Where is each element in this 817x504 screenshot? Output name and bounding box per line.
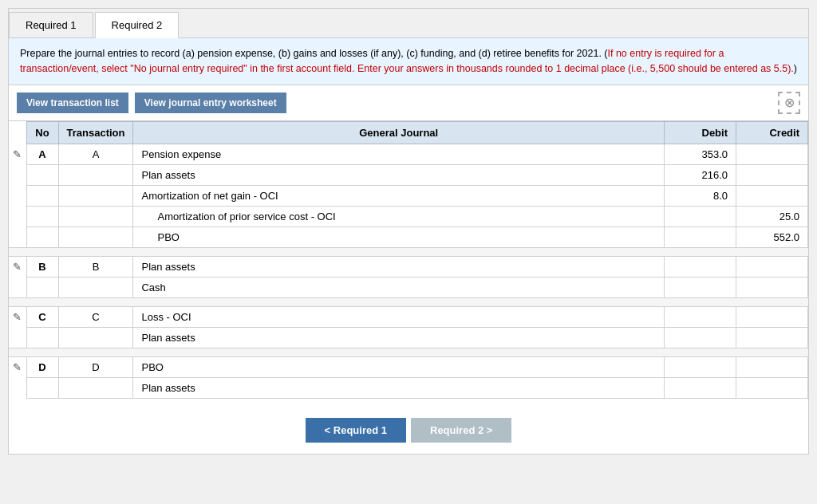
transaction-cell: B [58, 256, 133, 277]
table-row: ✎AAPension expense353.0 [9, 144, 808, 164]
credit-cell[interactable] [736, 327, 808, 348]
table-row: Plan assets216.0 [9, 164, 808, 185]
edit-cell[interactable] [9, 206, 26, 226]
expand-icon[interactable]: ⊗ [778, 92, 800, 114]
credit-cell[interactable] [736, 356, 808, 377]
no-cell: B [26, 256, 58, 277]
description-cell[interactable]: Amortization of prior service cost - OCI [133, 206, 665, 226]
instructions-suffix: ) [794, 63, 797, 74]
no-cell [26, 377, 58, 398]
next-button[interactable]: Required 2 > [411, 418, 511, 443]
col-debit: Debit [665, 121, 736, 144]
debit-cell[interactable] [665, 306, 736, 327]
credit-cell[interactable] [736, 164, 808, 185]
col-no: No [26, 121, 58, 144]
spacer-row [9, 348, 808, 356]
spacer-row [9, 247, 808, 256]
edit-cell[interactable] [9, 226, 26, 247]
edit-cell[interactable] [9, 277, 26, 297]
instructions-panel: Prepare the journal entries to record (a… [9, 38, 808, 85]
transaction-cell: C [58, 306, 133, 327]
table-row: PBO552.0 [9, 226, 808, 247]
credit-cell[interactable] [736, 377, 808, 398]
col-transaction: Transaction [58, 121, 133, 144]
no-cell: C [26, 306, 58, 327]
debit-cell[interactable] [665, 206, 736, 226]
toolbar: View transaction list View journal entry… [9, 85, 808, 121]
prev-button[interactable]: < Required 1 [306, 418, 406, 443]
table-row: Plan assets [9, 327, 808, 348]
col-general-journal: General Journal [133, 121, 665, 144]
no-cell [26, 226, 58, 247]
edit-cell[interactable]: ✎ [9, 356, 26, 377]
credit-cell[interactable] [736, 306, 808, 327]
debit-cell[interactable]: 353.0 [665, 144, 736, 164]
table-row: Amortization of net gain - OCI8.0 [9, 185, 808, 206]
description-cell[interactable]: PBO [133, 226, 665, 247]
transaction-cell [58, 327, 133, 348]
no-cell [26, 327, 58, 348]
transaction-cell: D [58, 356, 133, 377]
edit-cell[interactable]: ✎ [9, 306, 26, 327]
table-row: ✎CCLoss - OCI [9, 306, 808, 327]
description-cell[interactable]: Pension expense [133, 144, 665, 164]
edit-cell[interactable]: ✎ [9, 256, 26, 277]
no-cell [26, 206, 58, 226]
credit-cell[interactable]: 552.0 [736, 226, 808, 247]
transaction-cell [58, 377, 133, 398]
description-cell[interactable]: Plan assets [133, 164, 665, 185]
debit-cell[interactable] [665, 327, 736, 348]
debit-cell[interactable] [665, 377, 736, 398]
tab-bar: Required 1 Required 2 [9, 9, 808, 38]
view-journal-entry-worksheet-button[interactable]: View journal entry worksheet [135, 93, 286, 113]
no-cell [26, 185, 58, 206]
table-row: Plan assets [9, 377, 808, 398]
debit-cell[interactable] [665, 277, 736, 297]
transaction-cell [58, 206, 133, 226]
edit-cell[interactable] [9, 327, 26, 348]
transaction-cell: A [58, 144, 133, 164]
edit-cell[interactable] [9, 185, 26, 206]
debit-cell[interactable] [665, 356, 736, 377]
no-cell [26, 277, 58, 297]
table-row: Amortization of prior service cost - OCI… [9, 206, 808, 226]
credit-cell[interactable] [736, 277, 808, 297]
no-cell: D [26, 356, 58, 377]
no-cell: A [26, 144, 58, 164]
tab-required1[interactable]: Required 1 [9, 12, 93, 37]
description-cell[interactable]: PBO [133, 356, 665, 377]
table-header-row: No Transaction General Journal Debit Cre… [9, 121, 808, 144]
description-cell[interactable]: Plan assets [133, 256, 665, 277]
journal-table: No Transaction General Journal Debit Cre… [9, 121, 808, 399]
table-row: Cash [9, 277, 808, 297]
description-cell[interactable]: Loss - OCI [133, 306, 665, 327]
debit-cell[interactable]: 8.0 [665, 185, 736, 206]
transaction-cell [58, 164, 133, 185]
description-cell[interactable]: Amortization of net gain - OCI [133, 185, 665, 206]
instructions-text: Prepare the journal entries to record (a… [20, 48, 608, 59]
description-cell[interactable]: Plan assets [133, 377, 665, 398]
spacer-row [9, 297, 808, 306]
credit-cell[interactable] [736, 185, 808, 206]
transaction-cell [58, 226, 133, 247]
debit-cell[interactable] [665, 256, 736, 277]
edit-cell[interactable] [9, 377, 26, 398]
edit-cell[interactable] [9, 164, 26, 185]
table-row: ✎BBPlan assets [9, 256, 808, 277]
description-cell[interactable]: Plan assets [133, 327, 665, 348]
no-cell [26, 164, 58, 185]
description-cell[interactable]: Cash [133, 277, 665, 297]
bottom-nav: < Required 1 Required 2 > [9, 407, 808, 454]
debit-cell[interactable]: 216.0 [665, 164, 736, 185]
tab-required2[interactable]: Required 2 [95, 12, 180, 38]
table-row: ✎DDPBO [9, 356, 808, 377]
view-transaction-list-button[interactable]: View transaction list [17, 93, 128, 113]
journal-table-wrapper: No Transaction General Journal Debit Cre… [9, 121, 808, 407]
edit-cell[interactable]: ✎ [9, 144, 26, 164]
credit-cell[interactable] [736, 144, 808, 164]
debit-cell[interactable] [665, 226, 736, 247]
credit-cell[interactable]: 25.0 [736, 206, 808, 226]
credit-cell[interactable] [736, 256, 808, 277]
transaction-cell [58, 185, 133, 206]
transaction-cell [58, 277, 133, 297]
